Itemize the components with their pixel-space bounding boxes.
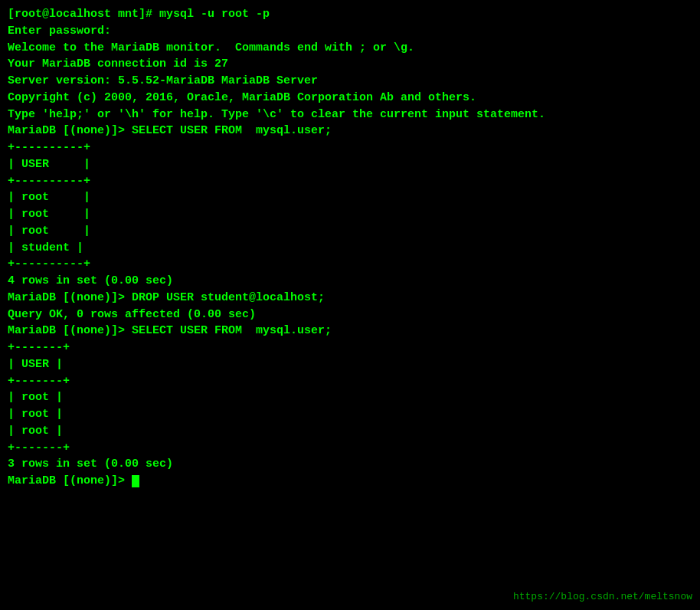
terminal-line: | root | [8, 189, 692, 206]
terminal-line: 3 rows in set (0.00 sec) [8, 456, 692, 473]
terminal-output: [root@localhost mnt]# mysql -u root -pEn… [8, 6, 692, 490]
terminal-line: Welcome to the MariaDB monitor. Commands… [8, 40, 692, 57]
terminal-line: MariaDB [(none)]> [8, 473, 692, 490]
terminal-line: +----------+ [8, 173, 692, 190]
terminal-line: MariaDB [(none)]> SELECT USER FROM mysql… [8, 123, 692, 139]
terminal-line: | student | [8, 240, 692, 257]
terminal-line: | root | [8, 206, 692, 223]
terminal-line: Your MariaDB connection id is 27 [8, 56, 692, 73]
terminal-cursor [132, 475, 139, 487]
terminal-line: | root | [8, 406, 692, 423]
terminal-line: | USER | [8, 356, 692, 373]
terminal-line: | root | [8, 389, 692, 406]
terminal-line: Server version: 5.5.52-MariaDB MariaDB S… [8, 73, 692, 90]
terminal-line: MariaDB [(none)]> SELECT USER FROM mysql… [8, 323, 692, 339]
terminal-line: | root | [8, 423, 692, 440]
terminal-line: Query OK, 0 rows affected (0.00 sec) [8, 307, 692, 323]
terminal-line: +----------+ [8, 139, 692, 156]
terminal-line: +----------+ [8, 256, 692, 273]
terminal-line: Enter password: [8, 23, 692, 40]
terminal-line: +-------+ [8, 440, 692, 457]
terminal-line: +-------+ [8, 373, 692, 390]
terminal-line: Type 'help;' or '\h' for help. Type '\c'… [8, 107, 692, 123]
terminal-line: MariaDB [(none)]> DROP USER student@loca… [8, 290, 692, 307]
terminal-line: | root | [8, 223, 692, 240]
watermark: https://blog.csdn.net/meltsnow [513, 591, 692, 602]
terminal-line: | USER | [8, 156, 692, 173]
terminal-line: Copyright (c) 2000, 2016, Oracle, MariaD… [8, 90, 692, 107]
terminal-line: [root@localhost mnt]# mysql -u root -p [8, 6, 692, 23]
terminal-line: 4 rows in set (0.00 sec) [8, 273, 692, 290]
terminal-line: +-------+ [8, 339, 692, 356]
